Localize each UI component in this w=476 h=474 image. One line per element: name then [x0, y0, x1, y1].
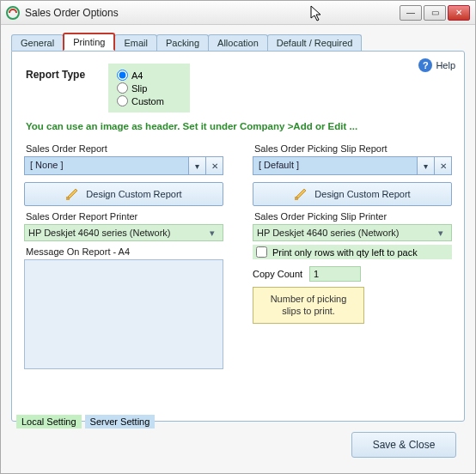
tab-packing[interactable]: Packing	[156, 34, 209, 51]
help-link[interactable]: ? Help	[418, 58, 455, 72]
sales-order-report-printer-label: Sales Order Report Printer	[24, 206, 223, 224]
save-and-close-button[interactable]: Save & Close	[351, 432, 456, 458]
window-buttons: — ▭ ✕	[400, 5, 470, 21]
tab-default-required[interactable]: Default / Required	[267, 34, 363, 51]
titlebar: Sales Order Options — ▭ ✕	[1, 1, 475, 25]
help-label: Help	[436, 60, 455, 70]
copy-count-tooltip: Number of picking slips to print.	[253, 287, 364, 324]
chevron-down-icon[interactable]: ▾	[205, 228, 219, 239]
design-custom-report-button-left[interactable]: Design Custom Report	[24, 182, 223, 206]
print-only-rows-input[interactable]	[256, 246, 267, 258]
legend-server: Server Setting	[85, 415, 156, 428]
picking-slip-printer-select[interactable]: HP Deskjet 4640 series (Network) ▾	[253, 224, 452, 241]
sales-order-report-combo[interactable]: [ None ] ▾ ✕	[24, 156, 223, 175]
chevron-down-icon[interactable]: ▾	[417, 157, 434, 174]
left-column: Sales Order Report [ None ] ▾ ✕ Design C…	[24, 138, 223, 371]
report-type-a4[interactable]: A4	[117, 69, 164, 82]
sales-order-report-printer-select[interactable]: HP Deskjet 4640 series (Network) ▾	[24, 224, 223, 241]
report-type-options: A4 Slip Custom	[108, 64, 190, 112]
pencil-icon	[294, 187, 308, 201]
tab-email[interactable]: Email	[114, 34, 157, 51]
design-custom-report-button-right[interactable]: Design Custom Report	[253, 182, 452, 206]
sales-order-report-value: [ None ]	[25, 157, 188, 174]
picking-slip-report-label: Sales Order Picking Slip Report	[253, 138, 452, 156]
app-icon	[6, 6, 20, 20]
tab-strip: General Printing Email Packing Allocatio…	[11, 32, 465, 51]
clear-icon[interactable]: ✕	[205, 157, 223, 174]
message-on-report-textarea[interactable]	[24, 259, 223, 369]
tab-general[interactable]: General	[11, 34, 64, 51]
picking-slip-report-value: [ Default ]	[253, 157, 417, 174]
clear-icon[interactable]: ✕	[434, 157, 451, 174]
pencil-icon	[65, 187, 79, 201]
tab-printing[interactable]: Printing	[63, 33, 115, 51]
copy-count-input[interactable]	[309, 266, 361, 282]
picking-slip-report-combo[interactable]: [ Default ] ▾ ✕	[253, 156, 452, 175]
legend-local: Local Setting	[16, 415, 82, 428]
tab-allocation[interactable]: Allocation	[208, 34, 268, 51]
maximize-button[interactable]: ▭	[424, 5, 446, 21]
legend: Local Setting Server Setting	[16, 415, 155, 428]
chevron-down-icon[interactable]: ▾	[434, 228, 448, 239]
print-only-rows-checkbox[interactable]: Print only rows with qty left to pack	[253, 245, 452, 259]
sales-order-report-label: Sales Order Report	[24, 138, 223, 156]
tab-panel: ? Help Report Type A4 Slip Custom You ca…	[11, 51, 465, 422]
report-type-label: Report Type	[26, 64, 108, 81]
right-column: Sales Order Picking Slip Report [ Defaul…	[253, 138, 452, 371]
message-on-report-label: Message On Report - A4	[24, 241, 223, 259]
report-type-slip[interactable]: Slip	[117, 82, 164, 94]
help-icon: ?	[418, 58, 432, 72]
copy-count-label: Copy Count	[253, 269, 302, 279]
picking-slip-printer-label: Sales Order Picking Slip Printer	[253, 206, 452, 224]
report-type-custom[interactable]: Custom	[117, 94, 164, 107]
minimize-button[interactable]: —	[400, 5, 422, 21]
close-button[interactable]: ✕	[448, 5, 470, 21]
header-hint: You can use an image as header. Set it u…	[12, 112, 464, 138]
chevron-down-icon[interactable]: ▾	[188, 157, 205, 174]
window-title: Sales Order Options	[25, 7, 400, 19]
